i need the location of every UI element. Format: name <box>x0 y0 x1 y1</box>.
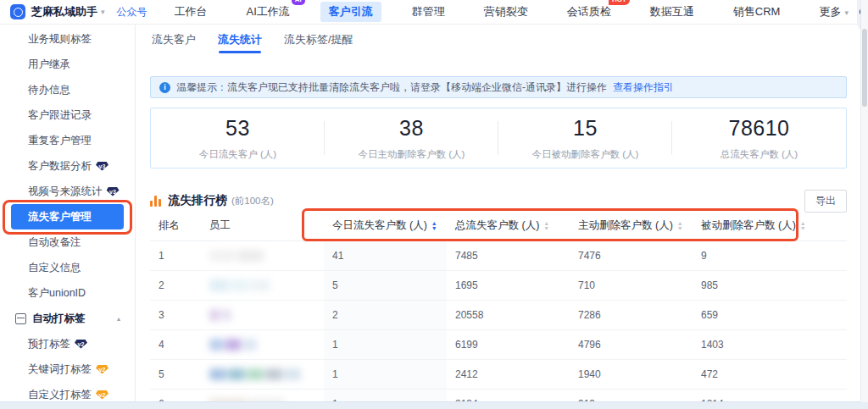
cell-total: 6199 <box>447 330 570 359</box>
sidebar-item-label: 预打标签 <box>28 337 70 351</box>
cell-rank: 4 <box>150 330 201 359</box>
table-row: 5124121940472 <box>150 360 847 390</box>
nav-item-4[interactable]: 群管理 <box>403 2 453 22</box>
sidebar-item-label: 关键词打标签 <box>28 362 92 377</box>
redaction-block <box>242 339 257 351</box>
table-row: 141748574769 <box>150 241 847 271</box>
nav-item-label: AI工作流 <box>247 5 290 18</box>
sidebar-item-2[interactable]: 用户继承 <box>11 52 124 77</box>
cell-today: 2 <box>324 301 447 329</box>
cell-rank: 5 <box>150 360 201 389</box>
sidebar-item-4[interactable]: 客户跟进记录 <box>11 102 124 128</box>
horizontal-scrollbar[interactable] <box>0 401 868 409</box>
cell-passive_del: 1214 <box>693 390 847 402</box>
nav-item-2[interactable]: AI工作流AI <box>238 2 298 22</box>
nav-item-label: 数据互通 <box>650 5 694 18</box>
sidebar-item-1[interactable]: 业务规则标签 <box>11 26 124 52</box>
sort-icon[interactable]: ▲▼ <box>543 221 549 230</box>
column-header-active_del[interactable]: 主动删除客户数 (人)▲▼ <box>570 211 693 240</box>
nav-item-1[interactable]: 工作台 <box>166 2 216 22</box>
sidebar-item-5[interactable]: 重复客户管理 <box>11 128 124 153</box>
sidebar-item-12[interactable]: 自动打标签▴ <box>11 306 124 331</box>
tab-2[interactable]: 流失统计 <box>218 32 262 53</box>
notice-guide-link[interactable]: 查看操作指引 <box>613 80 674 95</box>
column-header-total[interactable]: 总流失客户数 (人)▲▼ <box>447 211 570 240</box>
sidebar-item-3[interactable]: 待办信息 <box>11 77 124 102</box>
sidebar-item-6[interactable]: 客户数据分析v3 <box>11 153 124 179</box>
column-header-passive_del[interactable]: 被动删除客户数 (人)▲▼ <box>693 211 847 240</box>
nav-item-label: 会话质检 <box>567 5 611 18</box>
column-header-label: 员工 <box>209 218 231 233</box>
cell-passive_del: 659 <box>693 301 847 329</box>
sidebar-item-9[interactable]: 自动改备注 <box>11 229 124 255</box>
nav-item-9[interactable]: 更多▾ <box>810 2 857 22</box>
cell-active_del: 7476 <box>570 241 693 270</box>
stat-value: 78610 <box>728 116 789 141</box>
export-button[interactable]: 导出 <box>804 190 847 213</box>
redaction-block <box>209 250 236 262</box>
sort-icon[interactable]: ▲▼ <box>800 221 806 230</box>
nav-item-label: 销售CRM <box>733 5 781 18</box>
sidebar-item-11[interactable]: 客户unionID <box>11 280 124 306</box>
redaction-block <box>265 368 282 380</box>
redaction-block <box>221 309 231 321</box>
nav-item-6[interactable]: 会话质检HOT <box>559 2 620 22</box>
sidebar-item-10[interactable]: 自定义信息 <box>11 255 124 280</box>
cell-employee <box>201 360 324 389</box>
stat-label: 今日主动删除客户数 (人) <box>359 148 465 161</box>
cell-rank: 1 <box>150 241 201 270</box>
nav-item-7[interactable]: 数据互通 <box>642 2 703 22</box>
cell-rank: 3 <box>150 301 201 329</box>
cell-active_del: 4796 <box>570 330 693 359</box>
stat-value: 15 <box>573 116 598 141</box>
redaction-block <box>247 368 264 380</box>
tab-3[interactable]: 流失标签/提醒 <box>284 32 353 53</box>
cell-passive_del: 472 <box>693 360 847 389</box>
sort-desc-icon: ▼ <box>543 226 549 231</box>
notice-banner: i 温馨提示：流失客户现已支持批量清除流失客户啦，请登录【移动端企业微信-通讯录… <box>150 76 847 98</box>
nav-item-label: 工作台 <box>175 5 208 18</box>
sidebar-item-13[interactable]: 预打标签v2 <box>11 331 124 356</box>
account-type-link[interactable]: 公众号 <box>117 5 147 19</box>
app-title: 芝麻私域助手 <box>31 4 97 19</box>
sidebar-item-8[interactable]: 流失客户管理 <box>11 204 124 229</box>
nav-item-5[interactable]: 营销裂变 <box>476 2 537 22</box>
redaction-block <box>209 339 224 351</box>
sidebar-item-15[interactable]: 自定义打标签v2 <box>11 382 124 402</box>
column-header-label: 今日流失客户数 (人) <box>332 218 427 233</box>
sidebar-item-7[interactable]: 视频号来源统计v3 <box>11 179 124 204</box>
cell-total: 20558 <box>447 301 570 329</box>
redaction-block <box>209 309 220 321</box>
sidebar-item-label: 自动打标签 <box>32 312 86 326</box>
info-icon: i <box>159 82 170 93</box>
cell-today: 41 <box>324 241 447 270</box>
stat-1: 53今日流失客户 (人) <box>151 108 325 168</box>
sidebar-item-14[interactable]: 关键词打标签v2 <box>11 356 124 382</box>
redaction-block <box>209 368 226 380</box>
cell-total: 2134 <box>447 390 570 402</box>
redaction-block <box>231 279 250 291</box>
sidebar-item-label: 流失客户管理 <box>28 210 92 224</box>
vertical-scrollbar[interactable] <box>860 0 868 402</box>
cell-active_del: 1940 <box>570 360 693 389</box>
redaction-block <box>228 368 245 380</box>
redaction-block <box>251 279 270 291</box>
cell-employee <box>201 301 324 329</box>
tab-1[interactable]: 流失客户 <box>152 32 196 53</box>
redaction-block <box>237 250 264 262</box>
scrollbar-thumb[interactable] <box>862 29 867 107</box>
nav-item-3[interactable]: 客户引流 <box>320 2 381 22</box>
version-badge: v2 <box>96 390 108 400</box>
cell-rank: 6 <box>150 390 201 402</box>
sidebar-item-label: 待办信息 <box>28 83 70 97</box>
chevron-down-icon: ▾ <box>844 8 849 17</box>
chevron-down-icon[interactable]: ▾ <box>101 8 105 16</box>
cell-today: 1 <box>324 360 447 389</box>
table-row: 6121349191214 <box>150 390 847 402</box>
sort-icon[interactable]: ▲▼ <box>677 221 683 230</box>
sort-icon[interactable]: ▲▼ <box>431 221 437 230</box>
column-header-today[interactable]: 今日流失客户数 (人)▲▼ <box>324 211 447 240</box>
sidebar-item-label: 用户继承 <box>28 58 70 72</box>
cell-active_del: 7286 <box>570 301 693 329</box>
nav-item-8[interactable]: 销售CRM <box>725 2 789 22</box>
